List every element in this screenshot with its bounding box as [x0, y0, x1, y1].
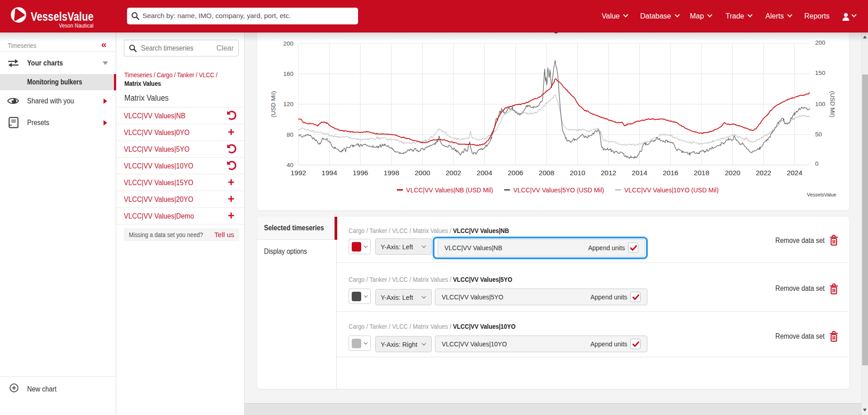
svg-text:150: 150 [815, 70, 826, 76]
svg-text:(USD Mil): (USD Mil) [829, 91, 836, 117]
svg-text:1998: 1998 [384, 169, 399, 177]
svg-text:0: 0 [815, 160, 819, 167]
svg-text:40: 40 [287, 162, 293, 168]
svg-text:1994: 1994 [321, 169, 337, 177]
svg-text:120: 120 [283, 101, 293, 107]
svg-text:2002: 2002 [446, 169, 461, 177]
svg-text:2010: 2010 [570, 169, 585, 177]
svg-text:2008: 2008 [539, 169, 554, 177]
svg-text:80: 80 [287, 131, 293, 138]
svg-text:2000: 2000 [415, 169, 430, 177]
svg-text:2004: 2004 [476, 169, 492, 177]
svg-text:2024: 2024 [787, 169, 802, 177]
svg-text:2006: 2006 [508, 169, 523, 177]
svg-text:200: 200 [815, 39, 826, 46]
svg-text:160: 160 [283, 70, 293, 77]
svg-text:50: 50 [815, 131, 822, 138]
svg-text:(USD Mil): (USD Mil) [270, 91, 277, 117]
svg-text:2022: 2022 [756, 169, 771, 177]
svg-text:200: 200 [283, 40, 293, 47]
svg-text:100: 100 [815, 101, 826, 107]
svg-text:2020: 2020 [725, 169, 741, 177]
svg-text:2016: 2016 [663, 169, 678, 177]
svg-text:2012: 2012 [601, 169, 616, 177]
svg-text:2014: 2014 [632, 169, 647, 177]
svg-text:2018: 2018 [694, 169, 709, 177]
svg-text:1996: 1996 [353, 169, 368, 177]
svg-text:1992: 1992 [291, 169, 306, 177]
